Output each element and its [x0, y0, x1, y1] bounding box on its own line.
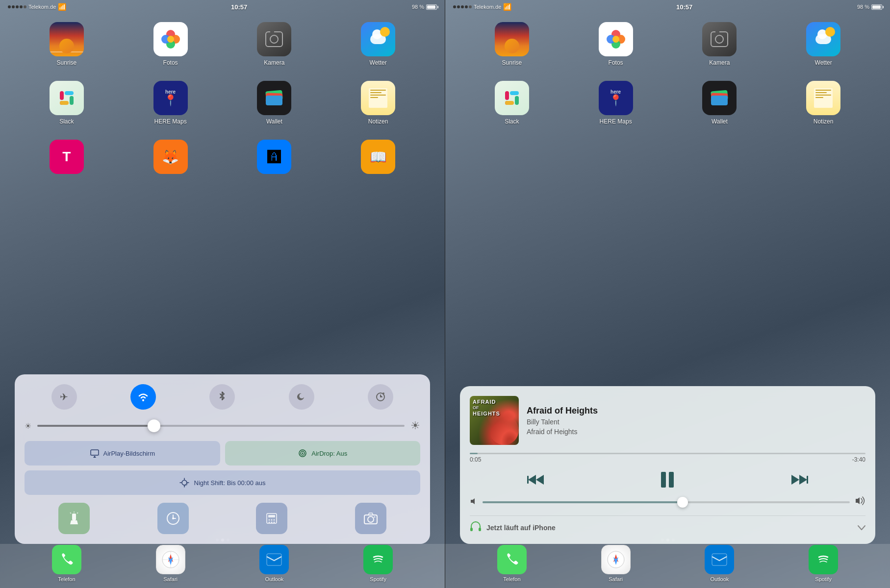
svg-rect-10 — [60, 101, 69, 105]
airplane-toggle[interactable]: ✈ — [51, 384, 77, 410]
app-notizen-r[interactable]: Notizen — [776, 81, 870, 125]
right-apps-row1: Sunrise Fotos Kamera — [445, 22, 890, 66]
app-slack[interactable]: Slack — [20, 81, 114, 125]
svg-point-38 — [274, 522, 275, 523]
progress-bar: 0:05 -3:40 — [470, 453, 865, 463]
svg-rect-59 — [505, 101, 514, 105]
app-kamera-r[interactable]: Kamera — [673, 22, 767, 66]
app-appstore[interactable]: 🅰 — [228, 140, 322, 174]
calculator-button[interactable] — [256, 503, 287, 534]
right-phone: Telekom.de 📶 10:57 98 % Sunrise — [445, 0, 890, 588]
svg-rect-23 — [72, 514, 76, 520]
dock-spotify[interactable]: Spotify — [363, 545, 393, 582]
clock-button[interactable] — [157, 503, 189, 534]
dock-telefon-r[interactable]: Telefon — [497, 545, 527, 582]
svg-marker-66 — [791, 475, 799, 485]
svg-rect-54 — [505, 91, 509, 100]
left-carrier: Telekom.de 📶 — [8, 3, 66, 11]
svg-rect-71 — [479, 528, 481, 531]
brightness-high-icon: ☀ — [410, 419, 420, 432]
right-apps-row2: Slack here 📍 HERE Maps Wallet — [445, 81, 890, 125]
svg-rect-70 — [470, 528, 473, 531]
album-art: AFRAID OF HEIGHTS — [470, 396, 519, 445]
music-header: AFRAID OF HEIGHTS Afraid of Heights Bill… — [470, 396, 865, 445]
left-control-center: ✈ — [15, 374, 430, 544]
wifi-toggle[interactable] — [130, 384, 156, 410]
left-apps-row3: T 🦊 🅰 📖 — [0, 140, 445, 174]
svg-rect-56 — [510, 91, 519, 95]
svg-point-53 — [612, 36, 619, 43]
moon-toggle[interactable] — [289, 384, 314, 410]
svg-point-35 — [274, 519, 275, 521]
svg-point-33 — [269, 519, 270, 521]
app-fox[interactable]: 🦊 — [124, 140, 218, 174]
rewind-button[interactable] — [527, 473, 545, 487]
dock-outlook[interactable]: Outlook — [259, 545, 289, 582]
svg-marker-65 — [799, 475, 807, 485]
app-wetter[interactable]: Wetter — [331, 22, 425, 66]
svg-point-11 — [142, 399, 144, 401]
app-telekom[interactable]: T — [20, 140, 114, 174]
music-info: Afraid of Heights Billy Talent Afraid of… — [527, 396, 598, 445]
left-battery: 98 % — [412, 4, 437, 10]
volume-low-icon — [470, 497, 478, 507]
svg-point-17 — [302, 453, 304, 454]
svg-rect-58 — [515, 96, 519, 105]
lock-rotate-toggle[interactable] — [368, 384, 393, 410]
app-slack-r[interactable]: Slack — [465, 81, 559, 125]
right-status-bar: Telekom.de 📶 10:57 98 % — [445, 0, 890, 14]
svg-point-34 — [271, 519, 273, 521]
playback-controls — [470, 471, 865, 489]
music-panel: AFRAID OF HEIGHTS Afraid of Heights Bill… — [460, 386, 875, 544]
left-apps-row2: Slack here 📍 HERE Maps Wallet — [0, 81, 445, 125]
brightness-slider: ☀ ☀ — [25, 419, 420, 432]
app-here-maps[interactable]: here 📍 HERE Maps — [124, 81, 218, 125]
app-orange[interactable]: 📖 — [331, 140, 425, 174]
left-status-bar: Telekom.de 📶 10:57 98 % — [0, 0, 445, 14]
airdrop-button[interactable]: AirDrop: Aus — [225, 441, 421, 466]
app-wetter-r[interactable]: Wetter — [776, 22, 870, 66]
dock-telefon[interactable]: Telefon — [52, 545, 81, 582]
svg-rect-7 — [65, 91, 74, 95]
app-sunrise-r[interactable]: Sunrise — [465, 22, 559, 66]
app-fotos[interactable]: Fotos — [124, 22, 218, 66]
app-fotos-r[interactable]: Fotos — [569, 22, 663, 66]
svg-point-36 — [269, 522, 270, 523]
svg-rect-47 — [267, 554, 281, 565]
now-playing-text: Jetzt läuft auf iPhone — [486, 524, 556, 532]
right-carrier: Telekom.de 📶 — [453, 3, 511, 11]
brightness-thumb[interactable] — [148, 419, 160, 432]
pause-button[interactable] — [660, 471, 675, 489]
left-phone: Telekom.de 📶 10:57 98 % Sunrise — [0, 0, 445, 588]
svg-rect-67 — [807, 476, 808, 484]
app-sunrise[interactable]: Sunrise — [20, 22, 114, 66]
svg-point-40 — [368, 516, 374, 522]
svg-line-25 — [70, 513, 71, 514]
dock-outlook-r[interactable]: Outlook — [705, 545, 734, 582]
dock-safari-r[interactable]: Safari — [601, 545, 631, 582]
dock-spotify-r[interactable]: Spotify — [809, 545, 838, 582]
night-shift-button[interactable]: Night Shift: Bis 00:00 aus — [25, 470, 420, 495]
svg-rect-63 — [661, 472, 666, 488]
bluetooth-toggle[interactable] — [209, 384, 235, 410]
flashlight-button[interactable] — [58, 503, 90, 534]
svg-marker-68 — [471, 498, 475, 504]
svg-point-30 — [172, 517, 174, 519]
brightness-low-icon: ☀ — [25, 421, 31, 431]
svg-marker-69 — [856, 497, 860, 504]
airplay-button[interactable]: AirPlay-Bildschirm — [25, 441, 220, 466]
dock-safari[interactable]: Safari — [156, 545, 185, 582]
app-notizen[interactable]: Notizen — [331, 81, 425, 125]
fast-forward-button[interactable] — [790, 473, 808, 487]
left-dock: Telefon Safari Outlook — [0, 544, 445, 588]
volume-thumb[interactable] — [677, 497, 688, 508]
app-wallet-r[interactable]: Wallet — [673, 81, 767, 125]
app-here-r[interactable]: here 📍 HERE Maps — [569, 81, 663, 125]
app-wallet[interactable]: Wallet — [228, 81, 322, 125]
svg-rect-62 — [527, 476, 529, 484]
svg-rect-64 — [669, 472, 674, 488]
app-kamera[interactable]: Kamera — [228, 22, 322, 66]
chevron-down-icon[interactable] — [858, 522, 865, 533]
camera-button[interactable] — [355, 503, 386, 534]
panel-divider — [445, 0, 445, 588]
